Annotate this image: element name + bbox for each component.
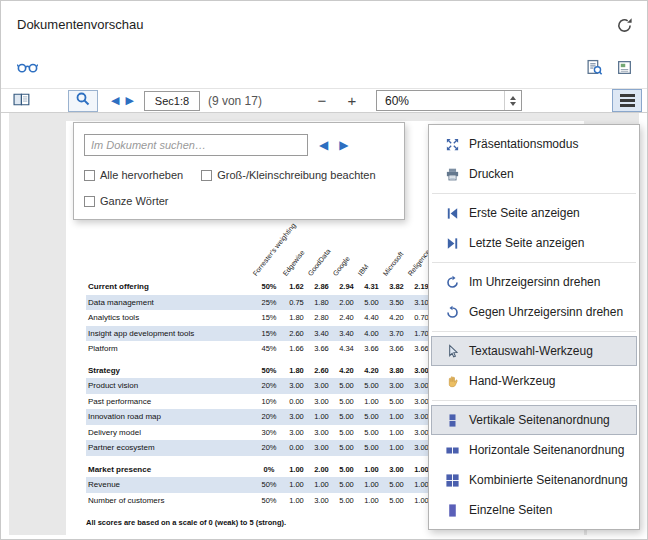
menu-item-first-page[interactable]: Erste Seite anzeigen (431, 198, 637, 228)
table-cell: 2.86 (309, 282, 334, 291)
page-view-button[interactable] (616, 59, 633, 79)
table-cell: 3.00 (384, 381, 409, 390)
menu-item-hand[interactable]: Hand-Werkzeug (431, 366, 637, 396)
row-label: Past performance (86, 397, 254, 406)
column-header: Google (331, 255, 350, 277)
last-page-icon (443, 236, 461, 251)
table-cell: 1.00 (384, 412, 409, 421)
table-cell: 1.00 (284, 465, 309, 474)
menu-item-single-page[interactable]: Einzelne Seiten (431, 495, 637, 525)
presentation-mode-icon (443, 137, 461, 152)
view-menu: PräsentationsmodusDruckenErste Seite anz… (428, 124, 640, 530)
table-cell: 5.00 (384, 496, 409, 505)
table-row: Delivery model30%3.003.005.005.001.003.0… (86, 425, 434, 441)
table-row: Revenue50%1.001.005.001.005.001.00 (86, 477, 434, 493)
table-cell: 3.66 (309, 344, 334, 353)
table-cell: 1.00 (284, 496, 309, 505)
table-cell: 45% (254, 344, 284, 353)
table-row: Partner ecosystem20%0.003.005.005.001.00… (86, 440, 434, 456)
preview-search-button[interactable] (586, 59, 603, 79)
hamburger-icon (620, 94, 635, 106)
menu-item-rotate-clockwise[interactable]: Im Uhrzeigersinn drehen (431, 267, 637, 297)
table-cell: 4.00 (359, 329, 384, 338)
menu-item-label: Horizontale Seitenanordnung (469, 443, 624, 457)
menu-item-label: Gegen Uhrzeigersinn drehen (469, 305, 623, 319)
menu-item-last-page[interactable]: Letzte Seite anzeigen (431, 228, 637, 258)
table-cell: 5.00 (359, 428, 384, 437)
page-view-icon (616, 59, 633, 79)
highlight-all-checkbox[interactable] (84, 170, 95, 181)
table-cell: 25% (254, 298, 284, 307)
rotate-counterclockwise-icon (443, 305, 461, 320)
menu-item-label: Erste Seite anzeigen (469, 206, 580, 220)
table-cell: 5.00 (334, 428, 359, 437)
search-button[interactable] (68, 90, 98, 112)
menu-item-text-select[interactable]: Textauswahl-Werkzeug (431, 336, 637, 366)
reading-mode-button[interactable] (17, 60, 38, 77)
table-cell: 1.00 (384, 443, 409, 452)
refresh-icon (616, 17, 633, 37)
secondary-toolbar (1, 55, 647, 88)
table-cell: 5.00 (334, 381, 359, 390)
table-cell: 10% (254, 397, 284, 406)
menu-item-vertical-pages[interactable]: Vertikale Seitenanordnung (431, 405, 637, 435)
match-case-checkbox[interactable] (201, 170, 212, 181)
table-cell: 5.00 (334, 412, 359, 421)
checkbox-label: Alle hervorheben (100, 169, 183, 181)
spinner-up-icon[interactable] (510, 96, 516, 100)
previous-page-button[interactable]: ◀ (111, 95, 119, 106)
table-cell: 5.00 (359, 298, 384, 307)
view-menu-button[interactable] (612, 89, 642, 112)
zoom-in-button[interactable]: + (344, 93, 360, 108)
table-cell: 0.00 (284, 443, 309, 452)
menu-item-label: Im Uhrzeigersinn drehen (469, 275, 600, 289)
menu-item-label: Vertikale Seitenanordnung (469, 413, 610, 427)
search-previous-button[interactable]: ◀ (319, 139, 328, 151)
menu-item-print[interactable]: Drucken (431, 159, 637, 189)
menu-item-label: Hand-Werkzeug (469, 374, 555, 388)
search-next-button[interactable]: ▶ (339, 139, 348, 151)
menu-divider (432, 262, 636, 263)
table-cell: 50% (254, 496, 284, 505)
table-cell: 5.00 (334, 397, 359, 406)
menu-item-horizontal-pages[interactable]: Horizontale Seitenanordnung (431, 435, 637, 465)
header-right-icons (586, 59, 633, 79)
table-cell: 3.00 (309, 381, 334, 390)
table-cell: 1.66 (284, 344, 309, 353)
table-cell: 3.70 (384, 329, 409, 338)
text-select-icon (443, 344, 461, 359)
whole-words-checkbox[interactable] (84, 196, 95, 207)
table-cell: 5.00 (334, 443, 359, 452)
table-cell: 5.00 (359, 443, 384, 452)
refresh-button[interactable] (616, 17, 633, 37)
vertical-pages-icon (443, 413, 461, 428)
table-cell: 0% (254, 465, 284, 474)
panel-toggle-button[interactable] (13, 92, 32, 110)
search-popup: ◀ ▶ Alle hervorheben Groß-/Kleinschreibu… (73, 122, 405, 220)
table-cell: Forrester's weighting (254, 233, 284, 279)
table-cell: 3.66 (359, 344, 384, 353)
menu-item-rotate-counterclockwise[interactable]: Gegen Uhrzeigersinn drehen (431, 297, 637, 327)
table-cell: 2.60 (309, 366, 334, 375)
menu-item-presentation-mode[interactable]: Präsentationsmodus (431, 129, 637, 159)
whole-words-option: Ganze Wörter (84, 195, 168, 207)
menu-item-label: Drucken (469, 167, 514, 181)
row-label: Number of customers (86, 496, 254, 505)
table-cell: 3.00 (309, 397, 334, 406)
page-number-input[interactable] (144, 91, 200, 111)
column-header: IBM (356, 263, 369, 277)
table-cell: 3.80 (384, 366, 409, 375)
table-cell: 15% (254, 313, 284, 322)
table-cell: 0.00 (284, 397, 309, 406)
column-header: Edgewise (281, 249, 305, 277)
zoom-spinner[interactable] (504, 91, 521, 110)
spinner-down-icon[interactable] (510, 102, 516, 106)
zoom-out-button[interactable]: − (314, 93, 330, 108)
table-cell: 0.75 (284, 298, 309, 307)
table-footnote: All scores are based on a scale of 0 (we… (86, 518, 434, 527)
page-count-label: (9 von 17) (208, 94, 262, 108)
next-page-button[interactable]: ▶ (125, 95, 133, 106)
menu-item-combined-pages[interactable]: Kombinierte Seitenanordnung (431, 465, 637, 495)
zoom-select[interactable]: 60% (376, 90, 522, 111)
search-input[interactable] (84, 134, 308, 156)
